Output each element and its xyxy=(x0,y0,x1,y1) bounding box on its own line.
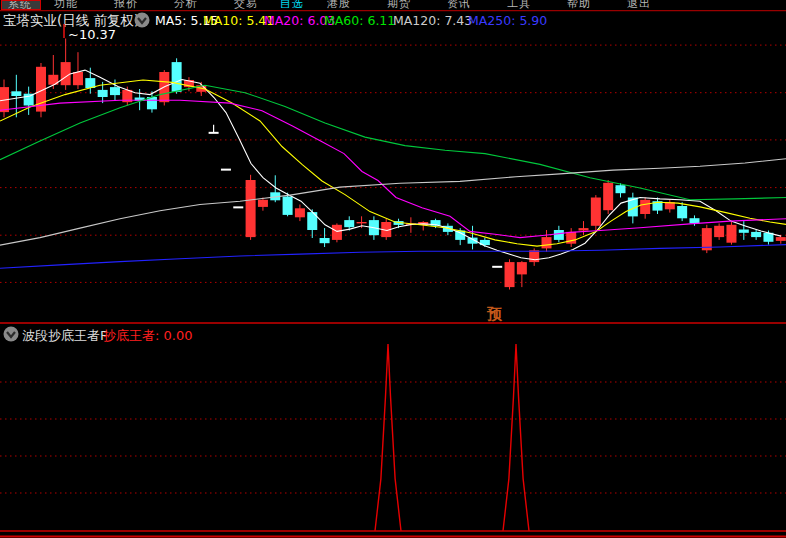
candle-body xyxy=(726,225,736,243)
indicator-value: 抄底王者: 0.00 xyxy=(103,328,192,343)
menu-item-6[interactable]: 港股 xyxy=(327,0,351,10)
candle-body xyxy=(332,225,342,240)
candle-body xyxy=(689,218,699,223)
candle-body xyxy=(640,200,650,214)
candle-body xyxy=(320,238,330,243)
candle-flat xyxy=(233,206,243,208)
menu-item-10[interactable]: 帮助 xyxy=(567,0,591,10)
chart-svg: 宝塔实业(日线 前复权) MA5: 5.15MA10: 5.41MA20: 6.… xyxy=(0,0,786,538)
candle-body xyxy=(579,228,589,230)
candle-body xyxy=(554,230,564,240)
menu-item-3[interactable]: 分析 xyxy=(174,0,198,10)
candle-body xyxy=(11,91,21,96)
candle-flat xyxy=(492,266,502,268)
menu-item-11[interactable]: 退出 xyxy=(627,0,651,10)
ma-line-MA120 xyxy=(0,159,786,245)
candle-body xyxy=(529,250,539,262)
menu-bar: 系统功能报价分析交易自选港股期货资讯工具帮助退出 xyxy=(0,0,786,10)
menu-item-5[interactable]: 自选 xyxy=(280,0,304,10)
candle-body xyxy=(73,72,83,85)
candle-body xyxy=(110,87,120,95)
candle-body xyxy=(172,62,182,92)
candle-body xyxy=(61,62,71,85)
candle-body xyxy=(591,198,601,226)
menu-button-box[interactable]: 系统 xyxy=(1,0,41,10)
ma-value-label-5: MA250: 5.90 xyxy=(468,13,547,28)
ma-lines-layer xyxy=(0,70,786,268)
ma-line-MA20 xyxy=(0,100,786,237)
candle-body xyxy=(246,180,256,237)
candle-body xyxy=(603,183,613,210)
peak-price-label: ~10.37 xyxy=(68,27,116,42)
candle-body xyxy=(776,237,786,241)
candle-body xyxy=(751,232,761,237)
candle-body xyxy=(98,90,108,97)
signal-spike xyxy=(375,344,401,531)
menu-item-0[interactable]: 系统 xyxy=(8,0,32,10)
ma-line-MA250 xyxy=(0,245,786,269)
ma-line-MA60 xyxy=(0,85,786,200)
yu-signal-marker: 预 xyxy=(486,305,503,323)
candle-body xyxy=(295,208,305,217)
stock-analysis-window: 系统功能报价分析交易自选港股期货资讯工具帮助退出 宝塔实业(日线 前复权) MA… xyxy=(0,0,786,538)
candle-body xyxy=(505,262,515,287)
main-gridlines xyxy=(0,45,786,282)
candle-body xyxy=(616,185,626,193)
candle-body xyxy=(714,226,724,237)
menu-item-4[interactable]: 交易 xyxy=(234,0,258,10)
signal-spike xyxy=(503,344,529,531)
candle-body xyxy=(542,237,552,248)
candle-body xyxy=(283,197,293,215)
peak-annotation: ~10.37 xyxy=(64,24,116,42)
candle-body xyxy=(739,230,749,233)
menu-item-9[interactable]: 工具 xyxy=(507,0,531,10)
indicator-spikes xyxy=(375,344,529,531)
candle-body xyxy=(357,222,367,223)
collapse-panel2-icon[interactable] xyxy=(4,327,19,342)
candle-flat xyxy=(221,169,231,171)
symbol-title: 宝塔实业(日线 前复权) xyxy=(3,12,139,28)
ma-line-MA10 xyxy=(0,80,786,246)
menu-item-1[interactable]: 功能 xyxy=(54,0,78,10)
menu-item-8[interactable]: 资讯 xyxy=(447,0,471,10)
menu-item-2[interactable]: 报价 xyxy=(114,0,138,10)
indicator-name[interactable]: 波段抄底王者F xyxy=(22,328,107,343)
candle-body xyxy=(344,220,354,227)
candle-body xyxy=(677,206,687,218)
menu-item-7[interactable]: 期货 xyxy=(387,0,411,10)
collapse-main-icon[interactable] xyxy=(135,13,150,28)
candle-body xyxy=(517,262,527,274)
ma-value-label-3: MA60: 6.11 xyxy=(324,13,395,28)
ma-value-label-4: MA120: 7.43 xyxy=(393,13,472,28)
candle-body xyxy=(258,200,268,207)
